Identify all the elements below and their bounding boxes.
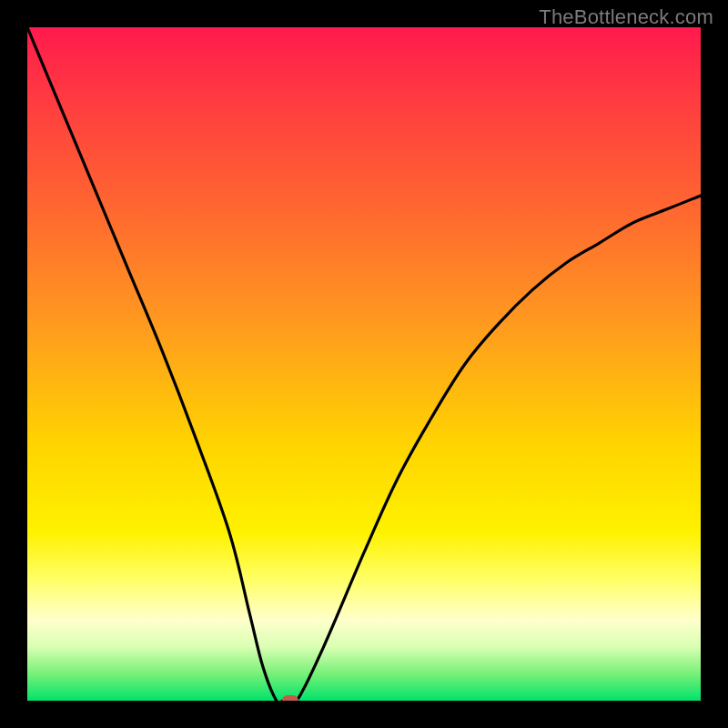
chart-frame: TheBottleneck.com <box>0 0 728 728</box>
optimal-point-marker <box>282 695 298 701</box>
watermark-text: TheBottleneck.com <box>539 5 713 29</box>
plot-area <box>27 27 701 701</box>
bottleneck-curve <box>27 27 701 701</box>
